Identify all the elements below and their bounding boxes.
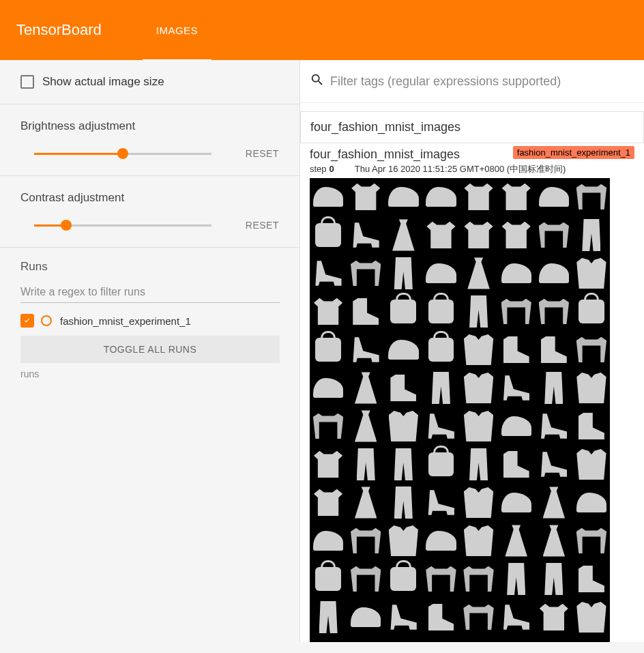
image-thumbnail [536,484,572,521]
image-thumbnail [536,560,572,598]
image-thumbnail [498,331,535,368]
tag-filter-input[interactable] [330,74,617,89]
image-thumbnail [573,522,610,560]
image-thumbnail [573,293,610,330]
toggle-all-runs-button[interactable]: TOGGLE ALL RUNS [20,336,280,363]
step-line: step0Thu Apr 16 2020 11:51:25 GMT+0800 (… [310,163,634,175]
tag-group-header[interactable]: four_fashion_mnist_images [300,111,644,143]
image-thumbnail [573,598,610,636]
image-thumbnail [460,560,497,598]
image-thumbnail [460,331,497,368]
image-thumbnail [498,522,535,560]
timestamp: Thu Apr 16 2020 11:51:25 GMT+0800 (中国标准时… [355,164,566,174]
image-thumbnail [310,560,347,598]
image-thumbnail [536,255,572,292]
image-thumbnail [460,446,497,483]
image-thumbnail [310,522,347,560]
image-thumbnail [310,484,347,521]
image-thumbnail [573,178,610,216]
image-thumbnail [422,407,459,445]
image-thumbnail [422,598,459,636]
app-header: TensorBoard IMAGES [0,0,644,60]
image-thumbnail [347,598,384,636]
show-actual-size-label: Show actual image size [42,75,164,89]
brand-title: TensorBoard [16,21,102,39]
image-thumbnail [310,216,347,254]
image-thumbnail [573,216,610,254]
brightness-slider[interactable] [34,147,211,160]
image-thumbnail [460,255,497,292]
image-tag-title: four_fashion_mnist_images [310,147,460,162]
tab-images[interactable]: IMAGES [143,1,211,61]
run-row[interactable]: fashion_mnist_experiment_1 [20,314,279,328]
step-label: step [310,164,327,174]
image-thumbnail [347,560,384,598]
image-thumbnail [347,216,384,254]
image-thumbnail [347,293,384,330]
image-thumbnail [385,216,422,254]
image-thumbnail [536,178,572,216]
image-thumbnail [422,446,459,483]
image-thumbnail [347,522,384,560]
image-thumbnail [536,598,572,636]
image-thumbnail [573,331,610,368]
image-thumbnail [460,598,497,636]
show-actual-size-row[interactable]: Show actual image size [0,60,299,104]
image-thumbnail [422,522,459,560]
image-thumbnail [422,293,459,330]
image-thumbnail [536,369,572,407]
image-thumbnail [347,331,384,368]
image-thumbnail [385,331,422,368]
main-layout: Show actual image size Brightness adjust… [0,60,644,642]
search-icon [310,72,325,90]
image-thumbnail [498,484,535,521]
checkbox-icon[interactable] [20,75,34,89]
image-card: four_fashion_mnist_images fashion_mnist_… [300,143,644,642]
checkbox-checked-icon[interactable] [20,314,34,328]
image-thumbnail [385,560,422,598]
image-thumbnail [422,369,459,407]
contrast-label: Contrast adjustment [20,191,279,205]
image-thumbnail [347,255,384,292]
image-thumbnail [573,255,610,292]
run-badge: fashion_mnist_experiment_1 [513,146,634,159]
image-thumbnail [498,446,535,483]
image-thumbnail [573,407,610,445]
image-thumbnail [422,484,459,521]
image-thumbnail [385,178,422,216]
tag-filter-bar [300,60,644,103]
image-thumbnail [385,484,422,521]
image-thumbnail [573,446,610,483]
image-thumbnail [385,255,422,292]
runs-filter-input[interactable] [20,282,280,303]
image-thumbnail [498,293,535,330]
image-thumbnail [573,369,610,407]
image-thumbnail [422,178,459,216]
image-thumbnail [347,178,384,216]
contrast-section: Contrast adjustment RESET [0,176,299,248]
image-thumbnail [385,407,422,445]
image-thumbnail [422,255,459,292]
content-panel: four_fashion_mnist_images four_fashion_m… [300,60,644,642]
image-thumbnail [347,369,384,407]
image-thumbnail [573,560,610,598]
contrast-slider[interactable] [34,218,211,232]
image-thumbnail [536,407,572,445]
image-thumbnail [498,216,535,254]
image-thumbnail [460,484,497,521]
image-grid[interactable] [310,178,610,642]
run-name-label: fashion_mnist_experiment_1 [60,315,191,327]
image-thumbnail [385,293,422,330]
contrast-reset-button[interactable]: RESET [246,220,279,231]
image-thumbnail [536,216,572,254]
image-thumbnail [498,560,535,598]
image-thumbnail [498,598,535,636]
image-thumbnail [310,178,347,216]
sidebar: Show actual image size Brightness adjust… [0,60,300,642]
step-value: 0 [330,164,334,174]
image-thumbnail [536,293,572,330]
runs-footer-label: runs [20,368,279,379]
image-thumbnail [422,216,459,254]
brightness-reset-button[interactable]: RESET [246,148,279,159]
image-thumbnail [347,484,384,521]
